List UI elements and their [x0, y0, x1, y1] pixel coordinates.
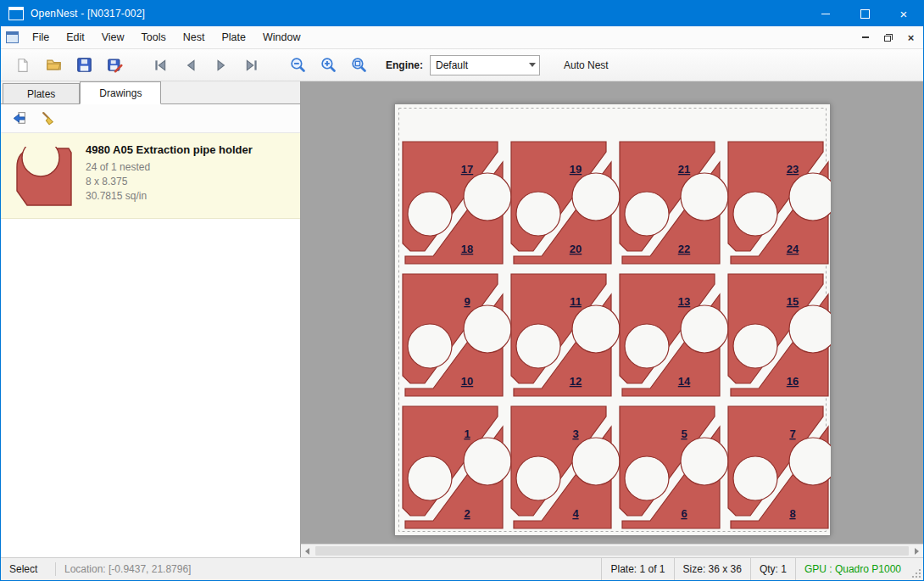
go-next-button[interactable] — [208, 53, 235, 78]
mdi-minimize-icon — [862, 36, 869, 38]
scroll-left-icon[interactable] — [301, 545, 314, 557]
zoom-in-button[interactable] — [314, 53, 342, 78]
engine-value: Default — [431, 59, 526, 71]
scrollbar-thumb[interactable] — [315, 546, 909, 556]
status-plate: Plate: 1 of 1 — [601, 558, 673, 580]
resize-grip-icon — [911, 568, 921, 578]
part-number: 3 — [572, 427, 578, 440]
part-number: 18 — [460, 243, 472, 255]
status-mode: Select — [1, 558, 55, 580]
part-number: 14 — [677, 375, 690, 388]
nest-pair[interactable]: 78 — [728, 406, 831, 528]
status-bar: Select Location: [-0.9437, 21.8796] Plat… — [1, 557, 923, 580]
go-first-button[interactable] — [147, 53, 174, 78]
part-number: 11 — [570, 295, 582, 308]
open-file-button[interactable] — [40, 53, 67, 78]
nest-pair[interactable]: 2324 — [728, 142, 831, 264]
resize-grip[interactable] — [910, 558, 923, 580]
horizontal-scrollbar[interactable] — [301, 544, 923, 557]
chevron-down-icon[interactable] — [526, 63, 539, 67]
nest-svg: 171819202122232491011121314151612345678 — [394, 103, 831, 536]
menu-item-view[interactable]: View — [93, 27, 133, 47]
go-last-button[interactable] — [238, 53, 265, 78]
document-icon[interactable] — [6, 31, 19, 43]
drawing-title: 4980 A05 Extraction pipe holder — [86, 143, 253, 156]
drawing-area: 30.7815 sq/in — [86, 189, 253, 204]
import-drawing-button[interactable] — [6, 107, 31, 131]
status-spacer — [199, 558, 601, 580]
part-thumbnail — [13, 142, 75, 209]
part-number: 7 — [789, 427, 795, 440]
tab-plates[interactable]: Plates — [3, 83, 80, 103]
menu-bar: File Edit View Tools Nest Plate Window × — [1, 26, 923, 49]
status-qty: Qty: 1 — [750, 558, 795, 580]
plate[interactable]: 171819202122232491011121314151612345678 — [394, 103, 831, 536]
save-as-button[interactable] — [101, 53, 128, 78]
mdi-restore-button[interactable] — [877, 29, 899, 46]
zoom-in-icon — [320, 57, 337, 73]
drawings-toolbar — [1, 104, 300, 133]
save-as-icon — [107, 57, 123, 73]
main-canvas[interactable]: 171819202122232491011121314151612345678 — [301, 81, 923, 557]
drawing-info: 4980 A05 Extraction pipe holder 24 of 1 … — [86, 142, 253, 209]
zoom-extents-icon — [351, 57, 367, 73]
app-icon — [8, 7, 24, 20]
maximize-button[interactable] — [845, 1, 884, 26]
go-first-icon — [153, 58, 168, 73]
close-icon: × — [900, 8, 908, 20]
clean-button[interactable] — [35, 107, 60, 131]
new-file-icon — [15, 58, 31, 73]
tab-drawings[interactable]: Drawings — [80, 81, 161, 104]
maximize-icon — [860, 9, 870, 19]
part-number: 15 — [786, 295, 798, 308]
menu-item-edit[interactable]: Edit — [58, 27, 93, 47]
save-icon — [76, 57, 92, 73]
save-button[interactable] — [70, 53, 97, 78]
mdi-close-button[interactable]: × — [900, 29, 921, 46]
part-number: 8 — [789, 507, 795, 520]
engine-select[interactable]: Default — [430, 55, 540, 75]
part-number: 9 — [464, 295, 470, 308]
drawing-nested-count: 24 of 1 nested — [86, 160, 253, 175]
menu-item-tools[interactable]: Tools — [133, 27, 175, 47]
zoom-out-button[interactable] — [284, 53, 311, 78]
part-number: 17 — [460, 163, 472, 176]
close-button[interactable]: × — [884, 1, 923, 26]
import-drawing-icon — [11, 110, 27, 126]
part-number: 13 — [677, 295, 689, 308]
drawing-list: 4980 A05 Extraction pipe holder 24 of 1 … — [1, 133, 300, 557]
title-bar: OpenNest - [N0317-002] × — [1, 1, 923, 26]
go-next-icon — [214, 58, 229, 73]
menu-item-file[interactable]: File — [24, 27, 58, 47]
drawing-list-item[interactable]: 4980 A05 Extraction pipe holder 24 of 1 … — [1, 133, 300, 219]
part-number: 1 — [464, 427, 470, 440]
auto-nest-button[interactable]: Auto Nest — [559, 56, 614, 75]
broom-icon — [40, 110, 56, 126]
part-number: 2 — [464, 507, 470, 520]
part-number: 16 — [786, 375, 798, 388]
menu-item-nest[interactable]: Nest — [175, 27, 214, 47]
panel-tabstrip: Plates Drawings — [1, 81, 300, 104]
content-area: Plates Drawings — [1, 81, 923, 557]
drawing-dimensions: 8 x 8.375 — [86, 175, 253, 189]
window-title: OpenNest - [N0317-002] — [31, 8, 145, 20]
part-number: 6 — [681, 507, 687, 520]
mdi-minimize-button[interactable] — [854, 29, 876, 46]
go-previous-button[interactable] — [177, 53, 204, 78]
go-previous-icon — [183, 58, 198, 73]
scroll-right-icon[interactable] — [910, 545, 923, 557]
zoom-out-icon — [290, 57, 306, 73]
part-number: 4 — [572, 507, 579, 520]
new-file-button[interactable] — [9, 53, 36, 78]
part-number: 19 — [569, 163, 581, 176]
engine-label: Engine: — [386, 59, 423, 71]
menu-item-plate[interactable]: Plate — [213, 27, 254, 47]
part-number: 10 — [460, 375, 472, 388]
open-folder-icon — [46, 57, 62, 73]
nest-pair[interactable]: 1516 — [728, 274, 831, 396]
minimize-icon — [821, 14, 830, 14]
minimize-button[interactable] — [806, 1, 845, 26]
zoom-extents-button[interactable] — [345, 53, 372, 78]
menu-item-window[interactable]: Window — [254, 27, 309, 47]
go-last-icon — [244, 58, 259, 73]
